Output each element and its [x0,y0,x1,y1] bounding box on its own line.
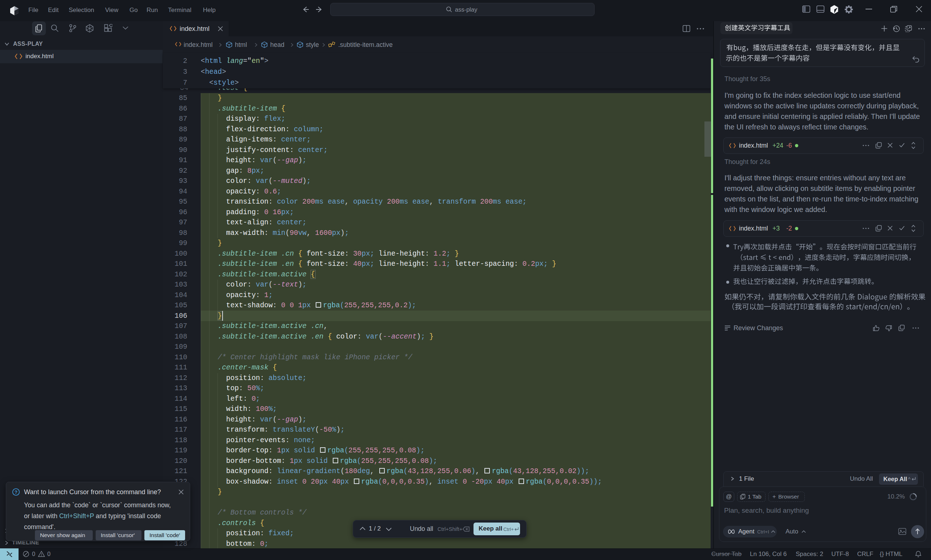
svg-text:?: ? [15,489,17,495]
